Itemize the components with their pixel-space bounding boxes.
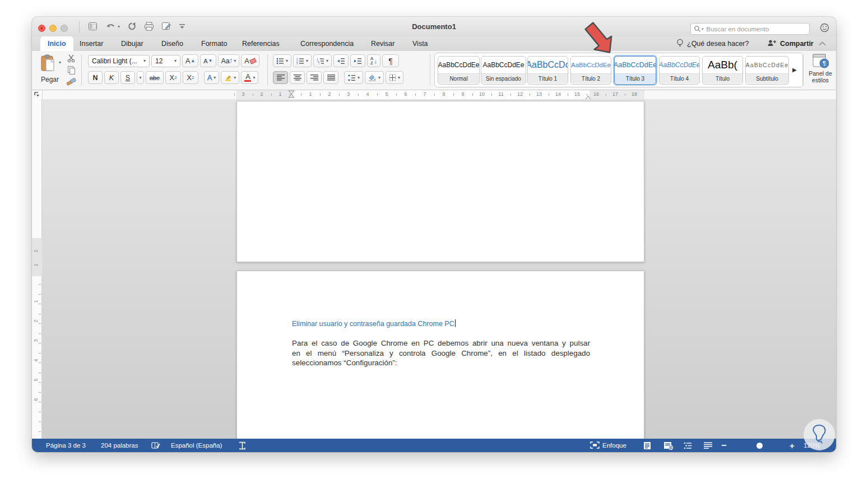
borders-icon — [389, 74, 396, 81]
underline-button[interactable]: S — [120, 71, 135, 84]
style-chip-sin-espaciado[interactable]: AaBbCcDdEe Sin espaciado — [481, 56, 526, 85]
gallery-more-icon[interactable]: ▶ — [792, 67, 797, 73]
tab-insertar[interactable]: Insertar — [72, 36, 110, 51]
multilevel-list-button[interactable]: 1ai▾ — [313, 54, 332, 67]
style-chip-titulo-1[interactable]: AaBbCcDc Título 1 — [527, 56, 568, 85]
grow-font-button[interactable]: A▲ — [182, 54, 198, 67]
shading-icon — [368, 74, 377, 81]
language-indicator[interactable]: Español (España) — [171, 439, 222, 452]
tell-me-button[interactable]: ¿Qué desea hacer? — [676, 36, 749, 51]
document-paragraph[interactable]: Para el caso de Google Chrome en PC debe… — [292, 338, 590, 368]
tab-formato[interactable]: Formato — [194, 36, 235, 51]
strikethrough-button[interactable]: abe — [146, 71, 164, 84]
paste-button[interactable] — [40, 54, 57, 75]
zoom-in-icon[interactable]: + — [790, 439, 795, 452]
align-right-button[interactable] — [307, 71, 322, 84]
decrease-indent-button[interactable] — [333, 54, 349, 67]
increase-indent-button[interactable] — [350, 54, 365, 67]
outline-view-icon[interactable] — [684, 439, 693, 452]
search-input[interactable] — [705, 25, 806, 33]
share-person-icon — [767, 39, 777, 49]
shading-button[interactable]: ▾ — [365, 71, 384, 84]
superscript-button[interactable]: X2 — [183, 71, 198, 84]
style-chip-subtitulo[interactable]: AaBbCcDdEe Subtítulo — [745, 56, 789, 85]
multilevel-list-icon: 1ai — [317, 58, 324, 64]
document-heading[interactable]: Eliminar usuario y contraseña guardada C… — [292, 319, 456, 328]
document-page-2-bottom[interactable] — [236, 101, 644, 262]
font-size-select[interactable]: 12▾ — [151, 55, 180, 67]
font-name-select[interactable]: Calibri Light (...▾ — [88, 55, 150, 67]
close-window-button[interactable] — [38, 25, 45, 32]
macro-icon[interactable] — [238, 439, 247, 452]
tab-referencias[interactable]: Referencias — [235, 36, 287, 51]
proofing-icon[interactable] — [151, 439, 160, 452]
underline-dropdown-icon[interactable]: ▾ — [137, 71, 144, 84]
align-center-button[interactable] — [290, 71, 305, 84]
style-chip-titulo-2[interactable]: AaBbCcDdEe Título 2 — [570, 56, 611, 85]
svg-text:i: i — [319, 62, 319, 64]
change-case-button[interactable]: Aa⤴▾ — [218, 54, 240, 67]
borders-button[interactable]: ▾ — [386, 71, 403, 84]
font-color-button[interactable]: A▾ — [241, 71, 258, 84]
share-button[interactable]: Compartir — [767, 36, 814, 51]
subscript-button[interactable]: X2 — [165, 71, 181, 84]
tab-selector-icon[interactable] — [32, 90, 43, 100]
tab-revisar[interactable]: Revisar — [364, 36, 402, 51]
vertical-ruler[interactable]: 21123456 — [32, 99, 42, 439]
style-chip-titulo-3[interactable]: AaBbCcDdEe Título 3 — [614, 56, 656, 85]
toolbar-more-icon[interactable] — [179, 21, 185, 32]
line-spacing-button[interactable]: ▾ — [344, 71, 363, 84]
tab-correspondencia[interactable]: Correspondencia — [293, 36, 361, 51]
minimize-window-button[interactable] — [49, 25, 57, 32]
focus-button[interactable]: Enfoque — [590, 439, 626, 452]
text-effects-button[interactable]: A▾ — [204, 71, 219, 84]
style-chip-titulo-4[interactable]: AaBbCcDdEe Título 4 — [659, 56, 700, 85]
sort-button[interactable]: AZ↓ — [367, 54, 380, 67]
zoom-slider[interactable] — [756, 439, 763, 452]
pilcrow-button[interactable]: ¶ — [382, 54, 399, 67]
numbering-button[interactable]: 123▾ — [293, 54, 312, 67]
document-page-3[interactable]: Eliminar usuario y contraseña guardada C… — [236, 271, 644, 439]
page-indicator[interactable]: Página 3 de 3 — [46, 439, 86, 452]
collapse-ribbon-icon[interactable] — [819, 36, 826, 51]
zoom-level[interactable]: 120% — [804, 439, 820, 452]
cut-icon[interactable] — [67, 54, 76, 65]
tab-dibujar[interactable]: Dibujar — [114, 36, 151, 51]
italic-button[interactable]: K — [104, 71, 119, 84]
styles-panel-button[interactable]: ¶ Panel deestilos — [806, 53, 835, 87]
redo-icon[interactable] — [127, 21, 137, 32]
undo-icon[interactable] — [106, 21, 116, 32]
shrink-font-button[interactable]: A▼ — [200, 54, 216, 67]
draft-view-icon[interactable] — [704, 439, 713, 452]
justify-button[interactable] — [323, 71, 338, 84]
copy-icon[interactable] — [67, 66, 76, 77]
paste-dropdown-icon[interactable]: ▾ — [59, 60, 61, 65]
format-painter-icon[interactable] — [66, 77, 76, 88]
zoom-window-button[interactable] — [61, 25, 68, 32]
save-icon[interactable] — [88, 21, 98, 32]
horizontal-ruler[interactable]: 321123456789101112131415161718 — [32, 90, 836, 100]
tab-vista[interactable]: Vista — [405, 36, 435, 51]
search-scope-chevron-icon[interactable]: ▾ — [702, 27, 704, 31]
undo-dropdown-icon[interactable]: ▾ — [118, 21, 120, 32]
edit-document-icon[interactable] — [161, 21, 171, 32]
bold-button[interactable]: N — [88, 71, 103, 84]
styles-panel-icon: ¶ — [812, 53, 829, 69]
style-chip-titulo[interactable]: AaBb( Título — [702, 56, 743, 85]
align-left-button[interactable] — [273, 71, 288, 84]
word-count[interactable]: 204 palabras — [101, 439, 138, 452]
outdent-icon — [337, 58, 345, 64]
style-chip-normal[interactable]: AaBbCcDdEe Normal — [438, 56, 480, 85]
clear-formatting-button[interactable]: A — [241, 54, 259, 67]
smiley-feedback-icon[interactable] — [820, 22, 829, 33]
zoom-out-icon[interactable]: − — [721, 439, 726, 452]
document-search-box[interactable]: ▾ — [690, 23, 810, 35]
highlight-button[interactable]: ▾ — [221, 71, 239, 84]
tab-diseno[interactable]: Diseño — [154, 36, 191, 51]
print-icon[interactable] — [144, 21, 154, 32]
tab-inicio[interactable]: Inicio — [40, 36, 73, 51]
print-layout-icon[interactable] — [643, 439, 652, 452]
document-canvas[interactable]: Eliminar usuario y contraseña guardada C… — [32, 99, 836, 439]
bullets-button[interactable]: ▾ — [273, 54, 291, 67]
web-layout-icon[interactable] — [663, 439, 673, 452]
